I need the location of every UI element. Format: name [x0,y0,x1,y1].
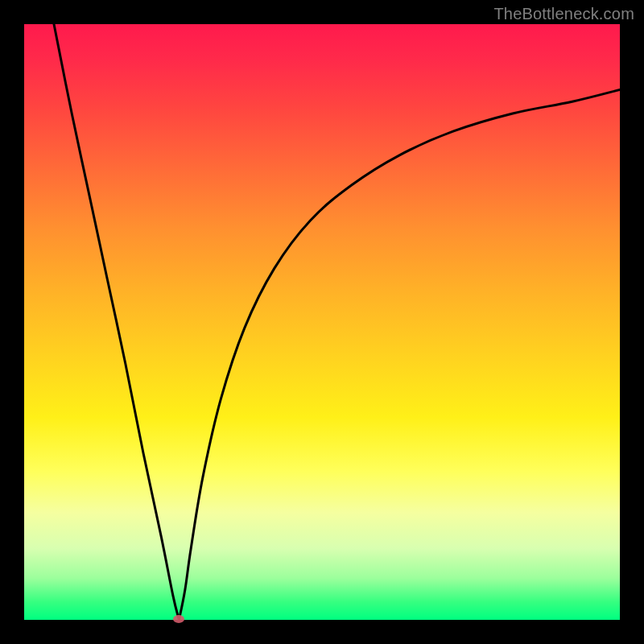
watermark-text: TheBottleneck.com [493,5,634,23]
chart-frame: TheBottleneck.com [0,0,644,644]
curve-right [179,89,620,620]
curve-left [54,24,179,620]
minimum-marker [173,615,184,623]
bottleneck-curve [24,24,620,620]
plot-area [24,24,620,620]
